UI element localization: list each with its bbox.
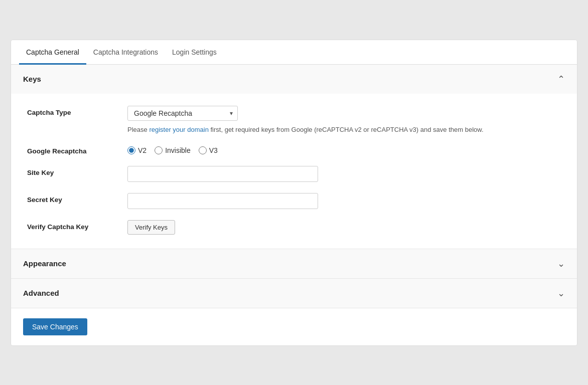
hint-prefix: Please xyxy=(127,126,149,133)
keys-section-title: Keys xyxy=(23,75,41,83)
secret-key-field xyxy=(127,193,561,209)
secret-key-row: Secret Key xyxy=(27,193,561,209)
secret-key-label: Secret Key xyxy=(27,193,127,204)
site-key-field xyxy=(127,166,561,182)
advanced-section-header[interactable]: Advanced ⌄ xyxy=(11,279,577,308)
google-recaptcha-label: Google Recaptcha xyxy=(27,144,127,155)
keys-section-header[interactable]: Keys ⌃ xyxy=(11,65,577,94)
site-key-input[interactable] xyxy=(127,166,318,182)
captcha-type-select-wrapper: Google Recaptcha ▾ xyxy=(127,106,238,121)
radio-v2-label[interactable]: V2 xyxy=(127,146,146,154)
captcha-type-row: Captcha Type Google Recaptcha ▾ Please r… xyxy=(27,106,561,133)
site-key-label: Site Key xyxy=(27,166,127,176)
radio-v3-label[interactable]: V3 xyxy=(199,146,218,154)
radio-v2-text: V2 xyxy=(138,146,146,154)
recaptcha-version-group: V2 Invisible V3 xyxy=(127,144,561,154)
radio-v3[interactable] xyxy=(199,146,207,154)
advanced-section: Advanced ⌄ xyxy=(11,279,577,308)
keys-section: Keys ⌃ Captcha Type Google Recaptcha ▾ P… xyxy=(11,65,577,249)
radio-invisible-text: Invisible xyxy=(165,146,191,154)
tabs-bar: Captcha General Captcha Integrations Log… xyxy=(11,40,577,65)
google-recaptcha-row: Google Recaptcha V2 Invisible xyxy=(27,144,561,155)
verify-captcha-label: Verify Captcha Key xyxy=(27,220,127,231)
keys-chevron-up-icon: ⌃ xyxy=(557,74,565,85)
advanced-section-title: Advanced xyxy=(23,289,59,297)
captcha-type-select[interactable]: Google Recaptcha xyxy=(127,106,238,121)
appearance-section-title: Appearance xyxy=(23,259,66,268)
google-recaptcha-field: V2 Invisible V3 xyxy=(127,144,561,154)
tab-captcha-general[interactable]: Captcha General xyxy=(19,40,86,65)
radio-v3-text: V3 xyxy=(209,146,218,154)
verify-captcha-field: Verify Keys xyxy=(127,220,561,235)
captcha-type-field: Google Recaptcha ▾ Please register your … xyxy=(127,106,561,133)
radio-v2[interactable] xyxy=(127,146,135,154)
captcha-type-label: Captcha Type xyxy=(27,106,127,116)
appearance-section-header[interactable]: Appearance ⌄ xyxy=(11,249,577,278)
settings-panel: Captcha General Captcha Integrations Log… xyxy=(11,40,577,346)
appearance-section: Appearance ⌄ xyxy=(11,249,577,279)
keys-section-content: Captcha Type Google Recaptcha ▾ Please r… xyxy=(11,94,577,249)
verify-keys-button[interactable]: Verify Keys xyxy=(127,220,175,235)
secret-key-input[interactable] xyxy=(127,193,318,209)
captcha-hint-text: Please register your domain first, get r… xyxy=(127,126,561,133)
site-key-row: Site Key xyxy=(27,166,561,182)
verify-captcha-row: Verify Captcha Key Verify Keys xyxy=(27,220,561,235)
appearance-chevron-down-icon: ⌄ xyxy=(557,258,565,269)
advanced-chevron-down-icon: ⌄ xyxy=(557,288,565,299)
tab-login-settings[interactable]: Login Settings xyxy=(165,40,224,65)
tab-captcha-integrations[interactable]: Captcha Integrations xyxy=(86,40,165,65)
hint-suffix: first, get required keys from Google (re… xyxy=(209,126,484,133)
save-changes-button[interactable]: Save Changes xyxy=(23,318,87,335)
footer: Save Changes xyxy=(11,308,577,345)
radio-invisible[interactable] xyxy=(155,146,163,154)
radio-invisible-label[interactable]: Invisible xyxy=(155,146,191,154)
register-domain-link[interactable]: register your domain xyxy=(149,126,209,133)
